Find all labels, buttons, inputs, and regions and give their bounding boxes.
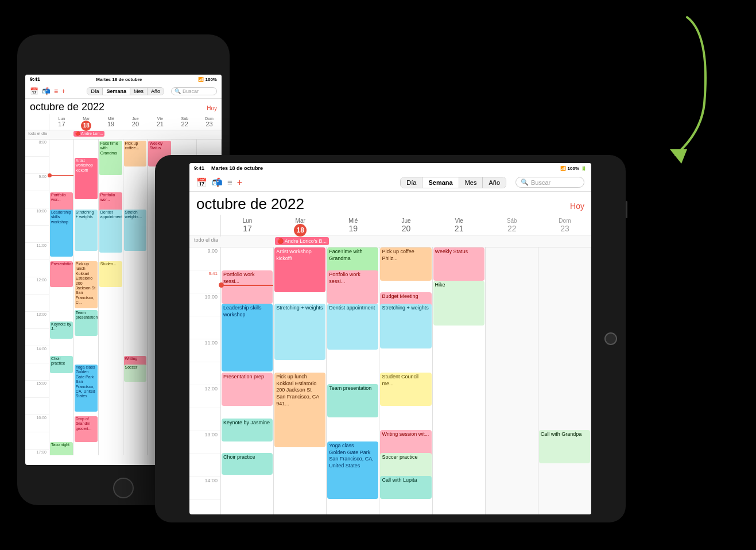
ev-soccer-jue-back[interactable]: Soccer: [124, 365, 147, 382]
ev-coffee-jue-front[interactable]: Pick up coffee Philz...: [380, 247, 431, 281]
today-btn-front[interactable]: Hoy: [570, 202, 584, 211]
ev-team-mie-front[interactable]: Team presentation: [327, 384, 378, 417]
day-btn-front[interactable]: Día: [401, 177, 422, 188]
allday-back: todo el día 🔴 Andre Lori...: [25, 130, 222, 140]
add-icon-front[interactable]: +: [237, 177, 242, 188]
ev-student-mie-back[interactable]: Studen...: [99, 261, 122, 287]
dh-mie-front: Mié19: [327, 215, 379, 237]
week-btn-back[interactable]: Semana: [103, 88, 130, 95]
ev-keynote-lun-back[interactable]: Keynote by J...: [50, 322, 73, 339]
allday-front: todo el día 🔴 Andre Lorico's B...: [189, 235, 591, 247]
ev-leadership-lun-back[interactable]: Leadershipskills workshop: [50, 210, 73, 257]
col-mar-front: Artist workshop kickoff! Stretching + we…: [274, 247, 327, 514]
list-icon-front[interactable]: ≡: [227, 177, 232, 188]
ev-stretching-mar-front[interactable]: Stretching + weights: [274, 304, 325, 360]
toolbar-back: 📅 📬 ≡ + Día Semana Mes Año 🔍 Buscar: [25, 84, 222, 99]
ev-presentation-lun-back[interactable]: Presentation...: [50, 261, 73, 287]
view-switcher-front: Día Semana Mes Año: [400, 177, 506, 188]
allday-event-front[interactable]: 🔴 Andre Lorico's B...: [275, 237, 329, 245]
search-back[interactable]: 🔍 Buscar: [171, 87, 217, 95]
dh-dom-front: Dom23: [538, 215, 591, 237]
time-col-front: 9:00 9:41 10:00 11:00 12:00 13:00 14:00 …: [189, 247, 221, 514]
view-switcher-back: Día Semana Mes Año: [87, 87, 164, 95]
time-col-back: 8:00 9:00 10:00 11:00 12:00 13:00 14:00 …: [25, 140, 49, 455]
cal-grid-front: 9:00 9:41 10:00 11:00 12:00 13:00 14:00 …: [189, 247, 591, 514]
ev-dentist-mie-front[interactable]: Dentist appointment: [327, 304, 378, 350]
week-btn-front[interactable]: Semana: [422, 177, 459, 188]
day-headers-back: Lun17 Mar18 Mié19 Jue20 Vie21 Sáb22 Dom2…: [25, 114, 222, 130]
col-lun-front: Portfolio work sessi... Leadership skill…: [221, 247, 274, 514]
allday-label-front: todo el día: [189, 235, 221, 247]
ev-yoga-mie-front[interactable]: Yoga classGolden Gate ParkSan Francisco,…: [327, 441, 378, 499]
ev-lupita-jue-front[interactable]: Call with Lupita: [380, 476, 431, 499]
ev-pickup-mar-back[interactable]: Pick up lunchKokkari Estiatorio200 Jacks…: [75, 261, 98, 308]
ev-yoga-mar-back[interactable]: Yoga classGolden Gate ParkSan Francisco,…: [75, 365, 98, 412]
col-jue-front: Pick up coffee Philz... Budget Meeting S…: [379, 247, 432, 514]
month-btn-back[interactable]: Mes: [130, 88, 148, 95]
wifi-icon-back: 📶: [198, 77, 204, 82]
ev-team-mar-back[interactable]: Team presentation: [75, 310, 98, 336]
inbox-icon-front[interactable]: 📬: [212, 177, 223, 188]
inbox-icon-back[interactable]: 📬: [42, 87, 51, 95]
today-btn-back[interactable]: Hoy: [207, 105, 217, 111]
ev-pickup-mar-front[interactable]: Pick up lunchKokkari Estiatorio200 Jacks…: [274, 373, 325, 447]
allday-label-back: todo el día: [25, 130, 49, 139]
ev-stretch-jue-front[interactable]: Stretching + weights: [380, 304, 431, 348]
allday-event-back[interactable]: 🔴 Andre Lori...: [73, 131, 105, 137]
calendar-icon-front[interactable]: 📅: [196, 177, 207, 188]
dh-vie-front: Vie21: [433, 215, 486, 237]
month-header-back: octubre de 2022 Hoy: [25, 99, 222, 114]
ev-stretch-jue-back[interactable]: Stretch weights...: [124, 210, 147, 251]
side-button: [626, 201, 627, 218]
calendar-icon-back[interactable]: 📅: [30, 87, 38, 95]
month-btn-front[interactable]: Mes: [459, 177, 483, 188]
ev-stretching-mar-back[interactable]: Stretching + weights: [75, 210, 98, 251]
ev-hike-vie-front[interactable]: Hike: [433, 281, 484, 326]
dh-lun-front: Lun17: [221, 215, 274, 237]
col-mie-front: FaceTime with Grandma Portfolio work ses…: [327, 247, 379, 514]
col-mie-back: FaceTime with Grandma Portfolio wor... D…: [99, 140, 123, 455]
ev-coffee-jue-back[interactable]: Pick up coffee...: [124, 141, 147, 166]
ev-weekly-vie-front[interactable]: Weekly Status: [433, 247, 484, 281]
ev-dentist-mie-back[interactable]: Dentist appointment: [99, 210, 122, 253]
status-icons-back: 📶 100%: [198, 77, 217, 82]
col-dom-front: Call with Grandpa: [538, 247, 591, 514]
day-btn-back[interactable]: Día: [87, 88, 103, 95]
home-button-front: [604, 332, 617, 345]
dh-jue-back: Jue20: [123, 114, 148, 131]
ev-keynote-lun-front[interactable]: Keynote by Jasmine: [222, 419, 273, 441]
search-icon-back: 🔍: [175, 88, 181, 94]
ev-drop-mar-back[interactable]: Drop of Grandm groceri...: [75, 416, 98, 442]
year-btn-back[interactable]: Año: [148, 88, 164, 95]
ev-choir-lun-back[interactable]: Choir practice: [50, 356, 73, 373]
time-back: 9:41: [30, 76, 40, 82]
col-mar-back: Artist workshop kickoff! Stretching + we…: [74, 140, 99, 455]
ev-portfolio-mie-front[interactable]: Portfolio work sessi...: [327, 270, 378, 304]
dh-vie-back: Vie21: [148, 114, 172, 131]
day-headers-front: Lun17 Mar18 Mié19 Jue20 Vie21 Sáb22 Dom2…: [189, 215, 591, 235]
cal-scroll-front[interactable]: 9:00 9:41 10:00 11:00 12:00 13:00 14:00 …: [189, 247, 591, 514]
dh-sab-back: Sáb22: [172, 114, 197, 131]
arrow-svg: [526, 0, 756, 184]
ev-facetime-mie-back[interactable]: FaceTime with Grandma: [99, 141, 122, 175]
ev-taco-lun-back[interactable]: Taco night: [50, 442, 73, 455]
home-button-back: [113, 478, 134, 498]
date-back: Martes 18 de octubre: [96, 77, 142, 82]
year-btn-front[interactable]: Año: [483, 177, 506, 188]
ev-grandpa-dom-front[interactable]: Call with Grandpa: [539, 430, 590, 463]
ev-artist-mar-back[interactable]: Artist workshop kickoff!: [75, 158, 98, 199]
col-vie-front: Weekly Status Hike: [433, 247, 486, 514]
ev-presentation-lun-front[interactable]: Presentation prep: [222, 373, 273, 406]
ev-student-jue-front[interactable]: Student Council me...: [380, 373, 431, 406]
battery-back: 100%: [206, 77, 217, 82]
ev-leadership-lun-front[interactable]: Leadership skills workshop: [222, 304, 273, 371]
toolbar-icons-back: 📅 📬 ≡ +: [30, 87, 65, 95]
list-icon-back[interactable]: ≡: [54, 87, 58, 95]
ev-artist-mar-front[interactable]: Artist workshop kickoff!: [274, 247, 325, 292]
time-line-front: [221, 285, 273, 286]
dh-dom-back: Dom23: [197, 114, 222, 131]
ev-portfolio-lun-front[interactable]: Portfolio work sessi...: [222, 270, 273, 304]
col-jue-back: Pick up coffee... Stretch weights... Wri…: [123, 140, 148, 455]
ev-choir-lun-front[interactable]: Choir practice: [222, 453, 273, 475]
add-icon-back[interactable]: +: [61, 87, 65, 95]
